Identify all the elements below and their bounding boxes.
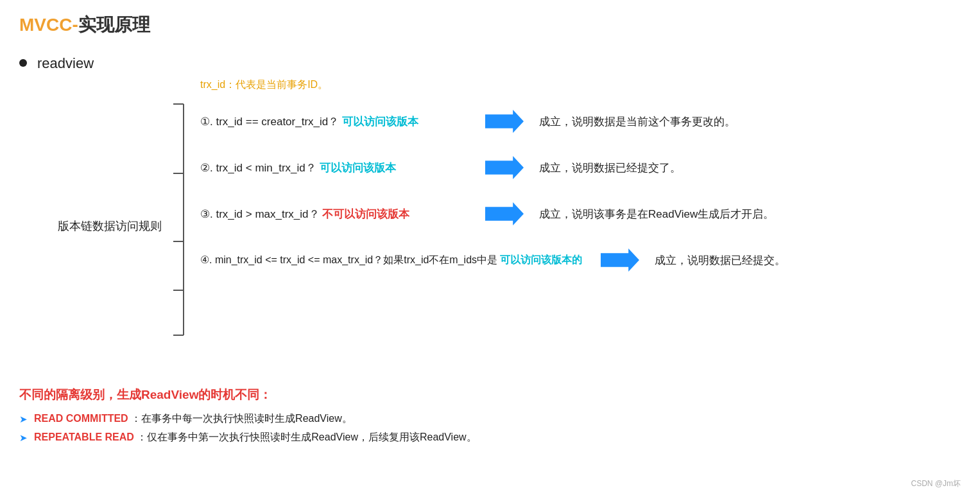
rules-area: trx_id：代表是当前事务ID。 ①. trx_id == creator_t… [194, 78, 786, 283]
watermark: CSDN @Jm坏 [911, 478, 961, 489]
bottom-item-1-key: READ COMMITTED [34, 413, 128, 424]
arrow-box-3 [485, 202, 524, 225]
result-text-3: 成立，说明该事务是在ReadView生成后才开启。 [539, 207, 774, 222]
arrow-box-4 [601, 248, 639, 272]
bottom-section: 不同的隔离级别，生成ReadView的时机不同： ➤ READ COMMITTE… [19, 387, 961, 444]
bullet-dot [19, 59, 27, 67]
bottom-item-1-text: READ COMMITTED ：在事务中每一次执行快照读时生成ReadView。 [34, 412, 352, 426]
rule1-highlight: 可以访问该版本 [342, 116, 418, 128]
result-text-4: 成立，说明数据已经提交。 [655, 253, 786, 268]
rule-text-4: ④. min_trx_id <= trx_id <= max_trx_id？如果… [200, 254, 585, 267]
rule-row-1: ①. trx_id == creator_trx_id？ 可以访问该版本 成立，… [194, 98, 786, 144]
bottom-item-1: ➤ READ COMMITTED ：在事务中每一次执行快照读时生成ReadVie… [19, 412, 961, 426]
arrow-box-1 [485, 110, 524, 133]
bottom-item-2-desc: ：仅在事务中第一次执行快照读时生成ReadView，后续复用该ReadView。 [137, 432, 476, 442]
result-text-2: 成立，说明数据已经提交了。 [539, 161, 681, 175]
arrow-icon-1 [485, 110, 524, 133]
chevron-right-icon-2: ➤ [19, 432, 28, 444]
readview-section: readview [19, 55, 961, 72]
bottom-item-2-text: REPEATABLE READ ：仅在事务中第一次执行快照读时生成ReadVie… [34, 431, 477, 444]
rule4-highlight: 可以访问该版本的 [500, 254, 582, 265]
result-text-1: 成立，说明数据是当前这个事务更改的。 [539, 114, 735, 129]
rule-text-2: ②. trx_id < min_trx_id？ 可以访问该版本 [200, 161, 470, 175]
arrow-box-2 [485, 156, 524, 179]
bottom-item-2: ➤ REPEATABLE READ ：仅在事务中第一次执行快照读时生成ReadV… [19, 431, 961, 444]
rule1-before: ①. trx_id == creator_trx_id？ [200, 116, 339, 128]
arrow-icon-2 [485, 156, 524, 179]
rule-text-1: ①. trx_id == creator_trx_id？ 可以访问该版本 [200, 114, 470, 129]
rule-row-2: ②. trx_id < min_trx_id？ 可以访问该版本 成立，说明数据已… [194, 144, 786, 191]
bracket-svg [168, 78, 186, 361]
bottom-item-1-desc: ：在事务中每一次执行快照读时生成ReadView。 [131, 413, 352, 424]
arrow-icon-3 [485, 202, 524, 225]
rule4-before: ④. min_trx_id <= trx_id <= max_trx_id？如果… [200, 254, 497, 265]
bottom-item-2-key: REPEATABLE READ [34, 432, 134, 442]
rule3-highlight: 不可以访问该版本 [322, 208, 409, 220]
rule2-before: ②. trx_id < min_trx_id？ [200, 162, 316, 174]
diagram-area: 版本链数据访问规则 trx_id：代表是当前事务ID。 ①. trx_id ==… [58, 78, 961, 361]
rule2-highlight: 可以访问该版本 [320, 162, 396, 174]
left-label: 版本链数据访问规则 [58, 218, 162, 234]
rule-row-3: ③. trx_id > max_trx_id？ 不可以访问该版本 成立，说明该事… [194, 191, 786, 237]
page-title: MVCC-实现原理 [19, 13, 961, 37]
title-suffix: 实现原理 [78, 15, 150, 35]
readview-label: readview [37, 55, 94, 72]
chevron-right-icon-1: ➤ [19, 414, 28, 425]
trx-hint: trx_id：代表是当前事务ID。 [200, 78, 786, 92]
rule3-before: ③. trx_id > max_trx_id？ [200, 208, 320, 220]
title-prefix: MVCC- [19, 15, 78, 35]
bottom-title: 不同的隔离级别，生成ReadView的时机不同： [19, 387, 961, 403]
rule-row-4: ④. min_trx_id <= trx_id <= max_trx_id？如果… [194, 237, 786, 283]
arrow-icon-4 [601, 248, 639, 272]
rule-text-3: ③. trx_id > max_trx_id？ 不可以访问该版本 [200, 207, 470, 222]
